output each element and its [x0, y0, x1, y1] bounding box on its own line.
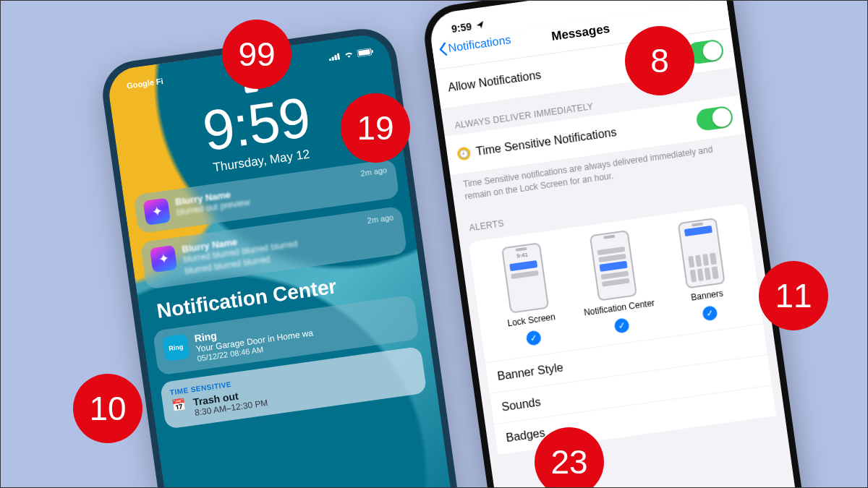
badge-11: 11 — [759, 261, 828, 330]
chevron-left-icon — [438, 41, 448, 56]
location-icon — [475, 20, 485, 30]
mini-time: 9:41 — [504, 249, 541, 261]
svg-rect-5 — [358, 49, 370, 56]
time-sensitive-toggle[interactable] — [695, 105, 734, 132]
ring-app-icon: Ring — [162, 334, 190, 361]
alert-option-lockscreen[interactable]: 9:41 Lock Screen ✓ — [477, 239, 579, 356]
lockscreen-device: Google Fi 9:59 Thursday, May 12 ✦ Blurry… — [98, 25, 464, 488]
lockscreen: Google Fi 9:59 Thursday, May 12 ✦ Blurry… — [106, 32, 457, 488]
calendar-icon: 📅 — [171, 398, 188, 421]
alert-label: Notification Center — [574, 296, 663, 319]
wifi-icon — [675, 0, 686, 1]
badge-19: 19 — [341, 93, 410, 163]
lockscreen-preview-icon: 9:41 — [501, 242, 549, 314]
svg-rect-0 — [329, 59, 331, 61]
settings-screen: 9:59 Notifications Messages Allow Notifi… — [427, 0, 799, 488]
allow-notifications-label: Allow Notifications — [447, 69, 542, 95]
alert-option-banners[interactable]: Banners ✓ — [652, 214, 755, 331]
badge-10: 10 — [73, 374, 142, 443]
clock-badge-icon: 🕘 — [456, 146, 471, 160]
battery-icon — [357, 48, 373, 57]
check-icon: ✓ — [526, 330, 542, 346]
wifi-icon — [344, 51, 354, 59]
svg-rect-6 — [372, 50, 374, 53]
alert-option-nc[interactable]: Notification Center ✓ — [565, 226, 668, 343]
alert-label: Banners — [663, 284, 752, 307]
settings-device: 9:59 Notifications Messages Allow Notifi… — [420, 0, 807, 488]
badge-99: 99 — [222, 20, 292, 89]
messenger-icon: ✦ — [143, 198, 171, 226]
alerts-picker: 9:41 Lock Screen ✓ — [468, 202, 776, 454]
svg-rect-3 — [337, 53, 340, 60]
nc-preview-icon — [590, 230, 637, 301]
badge-8: 8 — [625, 26, 694, 95]
svg-rect-1 — [331, 57, 334, 61]
status-time: 9:59 — [451, 20, 472, 35]
messenger-icon: ✦ — [150, 245, 177, 273]
check-icon: ✓ — [613, 317, 630, 334]
alert-label: Lock Screen — [487, 309, 576, 331]
time-sensitive-label: Time Sensitive Notifications — [475, 126, 618, 158]
svg-rect-2 — [334, 55, 337, 60]
check-icon: ✓ — [702, 305, 718, 322]
banners-preview-icon — [677, 218, 725, 289]
signal-icon — [328, 52, 341, 61]
